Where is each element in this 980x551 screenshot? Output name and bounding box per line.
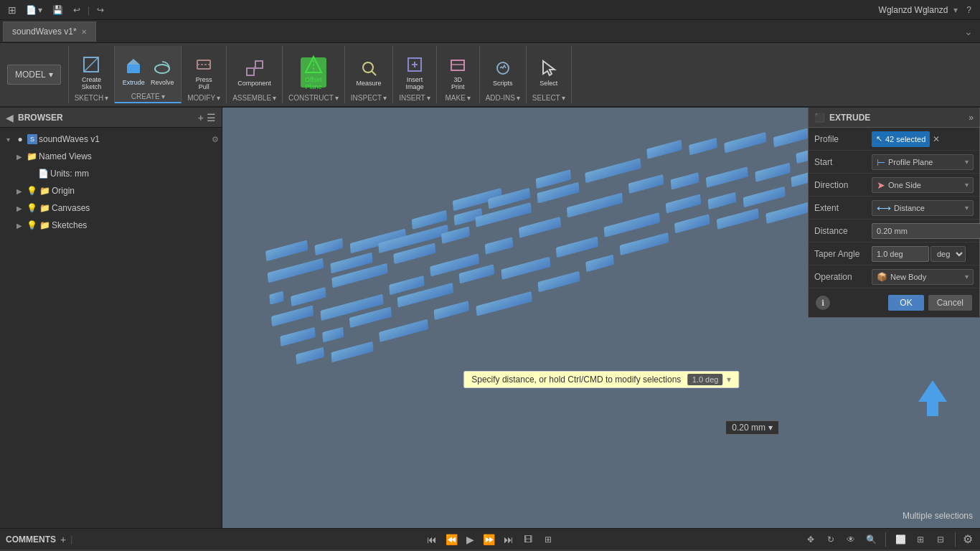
viewport-zoom-icon[interactable]: 🔍 (862, 531, 880, 548)
add-ins-icon[interactable]: Scripts (490, 57, 516, 88)
svg-rect-64 (280, 327, 316, 347)
tab-close-button[interactable]: ✕ (81, 28, 87, 36)
nav-play-button[interactable]: ▶ (463, 532, 477, 547)
browser-plus-button[interactable]: + (198, 112, 204, 123)
svg-rect-25 (265, 240, 308, 261)
start-select[interactable]: ⊢ Profile Plane ▾ (872, 154, 974, 170)
sketches-label: Sketches (52, 220, 219, 230)
ok-button[interactable]: OK (888, 295, 923, 311)
revolve-icon[interactable]: Revolve (149, 57, 175, 87)
root-doc-icon: S (27, 134, 37, 144)
svg-line-13 (372, 71, 376, 75)
construct-section-label[interactable]: CONSTRUCT▾ (288, 94, 339, 102)
tree-item-canvases[interactable]: ▶ 💡 📁 Canvases (0, 199, 222, 217)
operation-select[interactable]: 📦 New Body ▾ (872, 269, 974, 285)
profile-clear-button[interactable]: ✕ (933, 134, 940, 144)
active-tab[interactable]: soundWaves v1* ✕ (3, 22, 96, 42)
multiple-selections-label: Multiple selections (903, 511, 973, 521)
tab-expand-button[interactable]: ⌄ (960, 24, 977, 39)
svg-point-4 (155, 65, 169, 73)
add-ins-section-label[interactable]: ADD-INS▾ (486, 94, 520, 102)
inspect-section-label[interactable]: INSPECT▾ (351, 94, 387, 102)
svg-rect-80 (379, 319, 428, 342)
direction-value: One Side (888, 181, 921, 189)
file-menu[interactable]: 📄▾ (23, 4, 45, 17)
select-section-label[interactable]: SELECT▾ (532, 94, 565, 102)
svg-rect-55 (519, 217, 561, 238)
undo-button[interactable]: ↩ (70, 4, 83, 17)
nav-prev-button[interactable]: ⏪ (443, 532, 461, 547)
insert-icon[interactable]: Insert Image (402, 57, 428, 88)
modify-section-label[interactable]: MODIFY▾ (187, 94, 220, 102)
sketch-section-label[interactable]: SKETCH▾ (75, 94, 109, 102)
redo-button[interactable]: ↪ (94, 4, 107, 17)
sketches-arrow-icon: ▶ (14, 222, 24, 230)
tree-item-named-views[interactable]: ▶ 📁 Named Views (0, 148, 222, 165)
nav-camera-icon[interactable]: 🎞 (519, 531, 537, 548)
nav-first-button[interactable]: ⏮ (424, 532, 440, 547)
taper-input[interactable] (872, 246, 929, 262)
nav-next-button[interactable]: ⏩ (480, 532, 498, 547)
direction-select[interactable]: ➤ One Side ▾ (872, 177, 974, 193)
extrude-expand-button[interactable]: » (969, 113, 974, 123)
apps-icon[interactable]: ⊞ (6, 4, 19, 17)
sketch-icon[interactable]: Create Sketch (78, 57, 104, 88)
make-icon[interactable]: 3D Print (445, 57, 471, 88)
comments-add-button[interactable]: + (60, 534, 66, 545)
named-views-label: Named Views (39, 151, 219, 161)
save-button[interactable]: 💾 (50, 4, 66, 17)
extrude-info-button[interactable]: ℹ (816, 296, 830, 310)
settings-button[interactable]: ⚙ (961, 531, 974, 547)
viewport-look-icon[interactable]: 👁 (842, 531, 859, 548)
display-mode-2-icon[interactable]: ⊞ (912, 531, 929, 548)
help-button[interactable]: ? (963, 4, 974, 17)
user-dropdown[interactable]: ▾ (953, 5, 958, 15)
tree-item-units[interactable]: 📄 Units: mm (0, 165, 222, 182)
make-section-label[interactable]: MAKE▾ (446, 94, 471, 102)
distance-label: Distance (814, 226, 872, 236)
root-arrow-icon: ▾ (3, 136, 13, 143)
browser-title: BROWSER (18, 113, 63, 123)
insert-section-label[interactable]: INSERT▾ (399, 94, 430, 102)
svg-rect-85 (620, 232, 669, 255)
direction-label: Direction (814, 180, 872, 190)
direction-icon: ➤ (877, 179, 885, 191)
viewport-pan-icon[interactable]: ✥ (802, 531, 819, 548)
nav-last-button[interactable]: ⏭ (501, 532, 517, 547)
inspect-icon[interactable]: Measure (356, 57, 382, 88)
display-mode-1-icon[interactable]: ⬜ (892, 531, 909, 548)
browser-menu-button[interactable]: ☰ (207, 112, 216, 123)
assemble-icon[interactable]: Component (242, 57, 268, 88)
display-mode-3-icon[interactable]: ⊟ (932, 531, 949, 548)
assemble-section-label[interactable]: ASSEMBLE▾ (232, 94, 276, 102)
tree-item-root[interactable]: ▾ ● S soundWaves v1 ⚙ (0, 131, 222, 148)
distance-input[interactable] (872, 223, 980, 239)
svg-rect-81 (434, 301, 470, 320)
tree-item-origin[interactable]: ▶ 💡 📁 Origin (0, 182, 222, 199)
cancel-button[interactable]: Cancel (928, 295, 972, 311)
svg-rect-26 (314, 238, 343, 256)
select-icon[interactable]: Select (536, 57, 562, 88)
extrude-icon[interactable]: Extrude (121, 57, 146, 87)
viewport-orbit-icon[interactable]: ↻ (822, 531, 839, 548)
browser-header: ◀ BROWSER + ☰ (0, 108, 222, 128)
construct-icon[interactable]: Offset Plane (301, 57, 326, 88)
extrude-row-start: Start ⊢ Profile Plane ▾ (809, 151, 979, 174)
units-label: Units: mm (50, 169, 219, 179)
create-section-label[interactable]: CREATE▾ (131, 93, 165, 100)
ribbon-section-select: Select SELECT▾ (527, 46, 572, 103)
profile-value-box[interactable]: ↖ 42 selected (872, 131, 930, 147)
extent-select[interactable]: ⟷ Distance ▾ (872, 200, 974, 216)
viewport[interactable]: LEFT (222, 108, 980, 528)
distance-badge[interactable]: 0.20 mm ▾ (725, 420, 779, 435)
svg-rect-87 (717, 208, 759, 230)
ribbon-section-modify: Press Pull MODIFY▾ (182, 46, 227, 103)
taper-dropdown[interactable]: deg (930, 246, 966, 262)
extrude-row-extent: Extent ⟷ Distance ▾ (809, 197, 979, 220)
modify-icon[interactable]: Press Pull (191, 57, 217, 88)
model-button[interactable]: MODEL ▾ (7, 65, 61, 85)
svg-rect-41 (475, 202, 532, 227)
browser-collapse-icon[interactable]: ◀ (6, 112, 14, 123)
tree-item-sketches[interactable]: ▶ 💡 📁 Sketches (0, 217, 222, 234)
nav-grid-icon[interactable]: ⊞ (540, 531, 557, 548)
